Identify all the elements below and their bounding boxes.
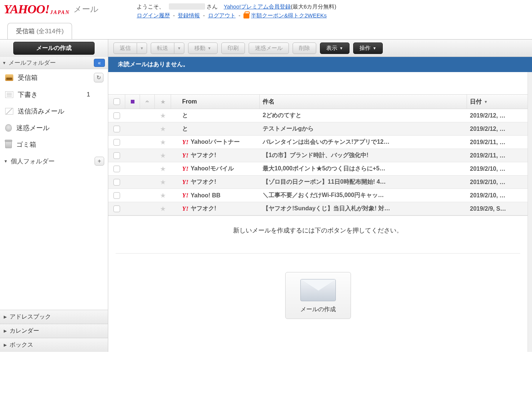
- from-text: と: [182, 125, 188, 133]
- star-icon[interactable]: ★: [160, 152, 166, 160]
- greeting-prefix: ようこそ、: [137, 3, 164, 10]
- collapse-sidebar-button[interactable]: «: [94, 59, 105, 67]
- row-checkbox[interactable]: [113, 206, 120, 212]
- shield-icon: [5, 124, 12, 132]
- sort-desc-icon: ▼: [484, 100, 488, 104]
- star-icon[interactable]: ★: [160, 138, 166, 146]
- subject-text: 【ヤフオク!Sundayくじ】当日入札が対象! 対…: [263, 205, 390, 213]
- sidebar-item-drafts[interactable]: 下書き 1: [0, 86, 108, 103]
- row-checkbox[interactable]: [113, 179, 120, 186]
- table-row[interactable]: ★Y!ヤフオク!【ゾロ目の日クーポン】11日0時配布開始! 4…2019/2/1…: [108, 176, 528, 189]
- move-button[interactable]: 移動 ▼: [188, 43, 218, 54]
- reg-info-link[interactable]: 登録情報: [178, 12, 200, 18]
- yahoo-sender-icon: Y!: [182, 165, 188, 173]
- forward-button[interactable]: 転送 ▼: [151, 43, 184, 54]
- star-icon[interactable]: ★: [160, 165, 166, 173]
- table-row[interactable]: ★とテストメールgから2019/2/12, …: [108, 122, 528, 136]
- select-all-checkbox[interactable]: [113, 98, 120, 105]
- table-row[interactable]: ★Y!ヤフオク!【ヤフオク!Sundayくじ】当日入札が対象! 対…2019/2…: [108, 202, 528, 215]
- row-checkbox[interactable]: [113, 152, 120, 159]
- star-icon[interactable]: ★: [160, 178, 166, 186]
- star-icon[interactable]: ★: [160, 205, 166, 213]
- sidebar-item-box[interactable]: ▶ボックス: [0, 338, 108, 352]
- add-folder-button[interactable]: +: [95, 157, 104, 166]
- delete-button[interactable]: 削除: [293, 43, 316, 54]
- view-button[interactable]: 表示 ▼: [320, 43, 349, 54]
- info-bar: 未読メールはありません。: [108, 57, 532, 72]
- from-column-header[interactable]: From: [171, 95, 260, 109]
- table-row[interactable]: ★と2どめのてすと2019/2/12, …: [108, 109, 528, 122]
- table-row[interactable]: ★Y!ヤフオク!【1の市】ブランド時計、バッグ強化中!2019/2/11, …: [108, 149, 528, 162]
- trash-icon: [5, 141, 12, 148]
- yahoo-sender-icon: Y!: [182, 152, 188, 159]
- date-text: 2019/2/10, …: [470, 166, 505, 172]
- flag-column-icon[interactable]: [131, 100, 134, 103]
- date-text: 2019/2/10, …: [470, 179, 505, 186]
- username: xxxxxxxxxxxxx: [169, 3, 205, 10]
- from-text: Yahoo!パートナー: [191, 138, 240, 146]
- star-column[interactable]: ★: [155, 95, 171, 109]
- cart-icon: [243, 13, 249, 18]
- personal-disclose-icon[interactable]: ▼: [4, 159, 8, 163]
- scrollbar[interactable]: [528, 72, 532, 352]
- spam-button[interactable]: 迷惑メール: [249, 43, 289, 54]
- star-icon[interactable]: ★: [160, 125, 166, 133]
- sidebar-item-sent[interactable]: 送信済みメール: [0, 103, 108, 120]
- star-icon[interactable]: ★: [160, 191, 166, 200]
- logout-link[interactable]: ログアウト: [208, 12, 236, 18]
- sidebar-item-addressbook[interactable]: ▶アドレスブック: [0, 310, 108, 324]
- reply-button[interactable]: 返信 ▼: [113, 43, 147, 54]
- row-checkbox[interactable]: [113, 139, 120, 146]
- inbox-icon: [5, 74, 13, 81]
- sidebar-item-calendar[interactable]: ▶カレンダー: [0, 324, 108, 338]
- row-checkbox[interactable]: [113, 112, 120, 119]
- date-text: 2019/2/12, …: [470, 112, 505, 119]
- table-row[interactable]: ★Y!Yahoo!パートナーバレンタインは出会いのチャンス!アプリで12…201…: [108, 136, 528, 149]
- table-row[interactable]: ★Y!Yahoo! BB＼工事不要／おくだけWi-Fi35,000円キャッ…20…: [108, 189, 528, 202]
- compose-card-button[interactable]: メールの作成: [285, 272, 351, 319]
- table-row[interactable]: ★Y!Yahoo!モバイル最大10,000ポイント★5のつく日はさらに+5…20…: [108, 162, 528, 176]
- refresh-button[interactable]: ↻: [94, 73, 103, 82]
- date-text: 2019/2/9, S…: [470, 206, 506, 212]
- compose-hint: 新しいメールを作成するには下のボタンを押してください。: [116, 226, 520, 235]
- tab-inbox[interactable]: 受信箱 (全314件): [7, 23, 72, 39]
- from-text: ヤフオク!: [191, 178, 216, 186]
- actions-button[interactable]: 操作 ▼: [353, 43, 383, 54]
- premium-link[interactable]: Yahoo!プレミアム会員登録: [224, 3, 291, 10]
- folders-title: メールフォルダー: [8, 59, 56, 67]
- sidebar-item-inbox[interactable]: 受信箱 ↻: [0, 69, 108, 86]
- yahoo-sender-icon: Y!: [182, 139, 188, 146]
- sent-icon: [5, 108, 13, 115]
- date-column-header[interactable]: 日付▼: [467, 95, 528, 109]
- sidebar-item-trash[interactable]: ゴミ箱: [0, 136, 108, 153]
- row-checkbox[interactable]: [113, 192, 120, 199]
- login-history-link[interactable]: ログイン履歴: [137, 12, 170, 18]
- forward-dropdown[interactable]: ▼: [174, 43, 184, 54]
- yahoo-sender-icon: Y!: [182, 179, 188, 186]
- premium-note: (最大6カ月分無料): [291, 3, 336, 10]
- from-text: と: [182, 112, 188, 119]
- logo[interactable]: YAHOO! JAPAN メール: [4, 2, 126, 16]
- subject-text: 2どめのてすと: [263, 112, 301, 119]
- draft-icon: [5, 91, 13, 98]
- star-icon[interactable]: ★: [160, 112, 166, 120]
- from-text: Yahoo! BB: [191, 192, 221, 199]
- tab-label: 受信箱: [16, 28, 35, 35]
- from-text: ヤフオク!: [191, 205, 216, 213]
- subject-column-header[interactable]: 件名: [260, 95, 467, 109]
- reply-dropdown[interactable]: ▼: [137, 43, 147, 54]
- attachment-column[interactable]: 𝄐: [140, 95, 155, 109]
- row-checkbox[interactable]: [113, 126, 120, 132]
- yahoo-japan-label: JAPAN: [50, 10, 70, 16]
- yahoo-sender-icon: Y!: [182, 205, 188, 213]
- print-button[interactable]: 印刷: [221, 43, 245, 54]
- sidebar-item-spam[interactable]: 迷惑メール: [0, 120, 108, 136]
- row-checkbox[interactable]: [113, 166, 120, 172]
- campaign-link[interactable]: 半額クーポン&得トク2WEEKs: [251, 12, 327, 18]
- paperclip-icon: 𝄐: [146, 98, 149, 105]
- date-text: 2019/2/12, …: [470, 126, 505, 132]
- folders-disclose-icon[interactable]: ▼: [2, 61, 6, 65]
- from-text: ヤフオク!: [191, 152, 216, 159]
- compose-button[interactable]: メールの作成: [13, 42, 95, 55]
- subject-text: 【1の市】ブランド時計、バッグ強化中!: [263, 152, 368, 159]
